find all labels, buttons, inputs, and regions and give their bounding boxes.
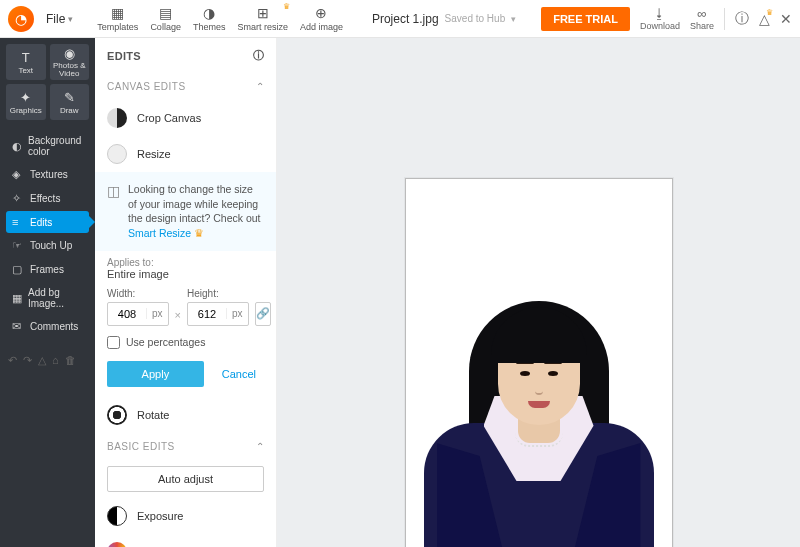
touchup-icon: ☞ [12,239,24,252]
download-button[interactable]: ⭳Download [640,6,680,31]
collage-icon: ▤ [159,5,172,21]
left-rail: TText ◉Photos & Video ✦Graphics ✎Draw ◐B… [0,38,95,547]
file-menu[interactable]: File ▾ [40,8,79,30]
edits-icon: ≡ [12,216,24,228]
crown-icon: ♛ [194,227,204,239]
canvas-area[interactable] [277,38,800,547]
width-unit[interactable]: px [146,308,168,319]
add-image-icon: ⊕ [315,5,327,21]
sidebar-item-touchup[interactable]: ☞Touch Up [6,234,89,257]
download-icon: ⭳ [653,6,666,21]
sidebar-item-frames[interactable]: ▢Frames [6,258,89,281]
crown-icon: ♛ [766,8,773,17]
text-tool[interactable]: TText [6,44,46,80]
info-icon[interactable]: ⓘ [253,48,264,63]
height-input[interactable]: px [187,302,249,326]
edits-panel: EDITS ⓘ CANVAS EDITS ⌃ Crop Canvas Resiz… [95,38,277,547]
canvas-edits-section[interactable]: CANVAS EDITS ⌃ [95,73,276,100]
chevron-down-icon: ▾ [68,14,73,24]
topbar: ◔ File ▾ ▦Templates ▤Collage ◑Themes ♛⊞S… [0,0,800,38]
sidebar-item-add-bg[interactable]: ▦Add bg Image... [6,282,89,314]
crown-icon: ♛ [283,2,290,11]
frames-icon: ▢ [12,263,24,276]
width-label: Width: [107,288,169,299]
resize-item[interactable]: Resize [95,136,276,172]
lock-aspect-button[interactable]: 🔗 [255,302,271,326]
pencil-icon: ✎ [64,90,75,105]
themes-tool[interactable]: ◑Themes [189,3,230,34]
main: TText ◉Photos & Video ✦Graphics ✎Draw ◐B… [0,38,800,547]
free-trial-button[interactable]: FREE TRIAL [541,7,630,31]
panel-header: EDITS ⓘ [95,38,276,73]
colors-item[interactable]: Colors [95,534,276,547]
share-button[interactable]: ∞Share [690,6,714,31]
redo-icon[interactable]: ↷ [23,354,32,367]
exposure-icon [107,506,127,526]
comment-icon: ✉ [12,320,24,333]
canvas[interactable] [405,178,673,547]
width-input[interactable]: px [107,302,169,326]
photos-video-tool[interactable]: ◉Photos & Video [50,44,90,80]
resize-tip-icon: ◫ [107,182,120,241]
divider [724,8,725,30]
crop-canvas-item[interactable]: Crop Canvas [95,100,276,136]
home-icon[interactable]: ⌂ [52,354,59,367]
collage-tool[interactable]: ▤Collage [146,3,185,34]
panel-title: EDITS [107,50,141,62]
height-unit[interactable]: px [226,308,248,319]
sidebar-item-edits[interactable]: ≡Edits [6,211,89,233]
add-bg-icon: ▦ [12,292,22,305]
add-image-tool[interactable]: ⊕Add image [296,3,347,34]
templates-icon: ▦ [111,5,124,21]
history-controls: ↶ ↷ △ ⌂ 🗑 [6,350,89,371]
file-menu-label: File [46,12,65,26]
graphics-icon: ✦ [20,90,31,105]
draw-tool[interactable]: ✎Draw [50,84,90,120]
textures-icon: ◈ [12,168,24,181]
resize-icon [107,144,127,164]
basic-edits-section[interactable]: BASIC EDITS ⌃ [95,433,276,460]
link-icon: 🔗 [256,307,270,320]
height-field[interactable] [188,306,226,322]
use-percentages-checkbox[interactable]: Use percentages [107,336,264,349]
active-indicator [89,216,95,228]
auto-adjust-button[interactable]: Auto adjust [107,466,264,492]
colors-icon [107,542,127,547]
smart-resize-tool[interactable]: ♛⊞Smart resize [233,3,292,34]
smart-resize-link[interactable]: Smart Resize ♛ [128,227,204,239]
applies-to-value: Entire image [107,268,264,280]
smart-resize-tip: ◫ Looking to change the size of your ima… [95,172,276,251]
saved-status: Saved to Hub [445,13,506,24]
trash-icon[interactable]: 🗑 [65,354,76,367]
applies-to-label: Applies to: [107,257,264,268]
text-icon: T [22,50,30,65]
apply-button[interactable]: Apply [107,361,204,387]
warning-icon[interactable]: △ [38,354,46,367]
themes-icon: ◑ [203,5,215,21]
rotate-item[interactable]: Rotate [95,397,276,433]
width-field[interactable] [108,306,146,322]
topbar-right: FREE TRIAL ⭳Download ∞Share ⓘ △♛ ✕ [541,6,792,31]
project-name: Project 1.jpg [372,12,439,26]
sidebar-item-effects[interactable]: ✧Effects [6,187,89,210]
cancel-button[interactable]: Cancel [222,368,264,380]
chevron-up-icon: ⌃ [256,81,265,92]
templates-tool[interactable]: ▦Templates [93,3,142,34]
exposure-item[interactable]: Exposure [95,498,276,534]
percentages-input[interactable] [107,336,120,349]
canvas-image[interactable] [419,283,659,547]
bell-icon[interactable]: △♛ [759,11,770,27]
chevron-up-icon: ⌃ [256,441,265,452]
sidebar-item-background-color[interactable]: ◐Background color [6,130,89,162]
sidebar-item-comments[interactable]: ✉Comments [6,315,89,338]
close-icon[interactable]: ✕ [780,11,792,27]
share-icon: ∞ [697,6,706,21]
graphics-tool[interactable]: ✦Graphics [6,84,46,120]
undo-icon[interactable]: ↶ [8,354,17,367]
sidebar-item-textures[interactable]: ◈Textures [6,163,89,186]
help-icon[interactable]: ⓘ [735,10,749,28]
top-tools: ▦Templates ▤Collage ◑Themes ♛⊞Smart resi… [93,3,347,34]
project-title[interactable]: Project 1.jpg Saved to Hub ▾ [372,12,516,26]
multiply-icon: × [175,309,181,326]
crop-icon [107,108,127,128]
